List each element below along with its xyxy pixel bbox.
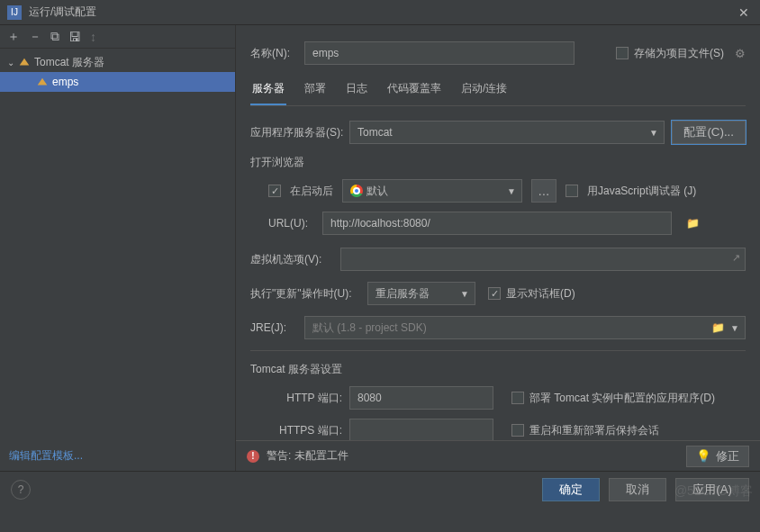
name-label: 名称(N): (250, 46, 304, 61)
url-label: URL(U): (268, 217, 313, 230)
store-as-file-checkbox[interactable] (616, 47, 629, 59)
app-server-label: 应用程序服务器(S): (250, 125, 349, 140)
open-browser-title: 打开浏览器 (250, 155, 746, 170)
tree-item-label: emps (52, 76, 78, 88)
jre-select[interactable]: 默认 (1.8 - project SDK) 📁 ▼ (304, 316, 746, 339)
after-launch-checkbox[interactable] (268, 185, 281, 197)
tree-root-label: Tomcat 服务器 (34, 55, 104, 70)
expand-icon[interactable]: ↗ (732, 252, 740, 264)
titlebar: IJ 运行/调试配置 ✕ (0, 0, 760, 25)
browser-value: 默认 (366, 184, 388, 199)
warning-text: 警告: 未配置工件 (267, 448, 348, 464)
fix-button[interactable]: 💡 修正 (686, 446, 749, 467)
warning-icon: ! (247, 450, 259, 463)
browser-more-button[interactable]: … (531, 179, 556, 203)
caret-down-icon: ▼ (507, 186, 516, 196)
cancel-button[interactable]: 取消 (609, 478, 666, 501)
show-dialog-checkbox[interactable] (488, 287, 501, 300)
jre-placeholder: 默认 (1.8 - project SDK) (312, 320, 427, 336)
deploy-instance-label: 部署 Tomcat 实例中配置的应用程序(D) (529, 391, 715, 406)
http-port-input[interactable] (349, 386, 493, 410)
name-input[interactable] (304, 41, 575, 65)
caret-down-icon: ▼ (649, 128, 658, 138)
warning-bar: ! 警告: 未配置工件 💡 修正 (236, 440, 760, 471)
watermark: @51CTO博客 (674, 483, 753, 500)
dialog-footer: ? 确定 取消 应用(A) (0, 471, 760, 507)
sidebar-toolbar: ＋ － ⧉ 🖫 ↕ (0, 25, 235, 49)
caret-down-icon: ▼ (460, 289, 469, 299)
tree-item-emps[interactable]: emps (0, 72, 235, 92)
js-debugger-checkbox[interactable] (565, 185, 578, 197)
https-port-input[interactable] (349, 419, 493, 442)
tomcat-settings-title: Tomcat 服务器设置 (250, 362, 746, 377)
after-launch-label: 在启动后 (290, 184, 333, 199)
vm-options-label: 虚拟机选项(V): (250, 252, 340, 267)
url-input[interactable] (322, 212, 672, 235)
sort-icon[interactable]: ↕ (90, 30, 96, 44)
configure-button[interactable]: 配置(C)... (672, 121, 746, 144)
bulb-icon: 💡 (696, 449, 711, 463)
chrome-icon (350, 185, 363, 197)
show-dialog-label: 显示对话框(D) (506, 286, 575, 302)
app-server-value: Tomcat (357, 126, 393, 139)
tab-deployment[interactable]: 部署 (303, 77, 328, 105)
copy-icon[interactable]: ⧉ (50, 29, 59, 44)
tab-logs[interactable]: 日志 (344, 77, 369, 105)
tree-root-tomcat[interactable]: ⌄ Tomcat 服务器 (0, 52, 235, 72)
deploy-instance-checkbox[interactable] (511, 392, 524, 404)
gear-icon[interactable]: ⚙ (735, 47, 746, 60)
tomcat-icon (36, 76, 49, 88)
tabs: 服务器 部署 日志 代码覆盖率 启动/连接 (250, 77, 746, 106)
tomcat-icon (18, 56, 31, 68)
folder-icon[interactable]: 📁 (711, 321, 725, 334)
content-panel: 名称(N): 存储为项目文件(S) ⚙ 服务器 部署 日志 代码覆盖率 启动/连… (236, 25, 760, 471)
https-port-label: HTTPS 端口: (268, 423, 349, 438)
preserve-sessions-checkbox[interactable] (511, 424, 524, 437)
add-icon[interactable]: ＋ (7, 29, 20, 45)
on-update-label: 执行"更新"操作时(U): (250, 286, 367, 302)
remove-icon[interactable]: － (29, 29, 41, 45)
app-icon: IJ (7, 5, 22, 20)
config-tree: ⌄ Tomcat 服务器 emps (0, 49, 235, 441)
jre-label: JRE(J): (250, 321, 304, 334)
chevron-down-icon: ⌄ (7, 58, 14, 68)
edit-templates-link[interactable]: 编辑配置模板... (0, 441, 235, 471)
tab-server[interactable]: 服务器 (250, 77, 286, 105)
js-debugger-label: 用JavaScript调试器 (J) (587, 184, 696, 199)
close-icon[interactable]: ✕ (735, 5, 753, 20)
on-update-select[interactable]: 重启服务器 ▼ (367, 282, 475, 305)
tab-coverage[interactable]: 代码覆盖率 (385, 77, 443, 105)
vm-options-input[interactable] (340, 248, 746, 271)
browser-select[interactable]: 默认 ▼ (342, 179, 522, 203)
on-update-value: 重启服务器 (375, 286, 430, 302)
app-server-select[interactable]: Tomcat ▼ (349, 121, 665, 144)
ok-button[interactable]: 确定 (542, 478, 600, 501)
window-title: 运行/调试配置 (29, 5, 735, 20)
help-button[interactable]: ? (11, 480, 31, 500)
http-port-label: HTTP 端口: (268, 391, 349, 406)
tab-startup[interactable]: 启动/连接 (459, 77, 509, 105)
fix-label: 修正 (716, 448, 739, 464)
store-as-file-label: 存储为项目文件(S) (634, 46, 724, 61)
preserve-sessions-label: 重启和重新部署后保持会话 (529, 423, 659, 438)
folder-icon[interactable]: 📁 (686, 217, 700, 230)
save-icon[interactable]: 🖫 (68, 30, 81, 44)
caret-down-icon: ▼ (730, 323, 739, 333)
sidebar: ＋ － ⧉ 🖫 ↕ ⌄ Tomcat 服务器 emps 编辑配置模板... (0, 25, 236, 471)
